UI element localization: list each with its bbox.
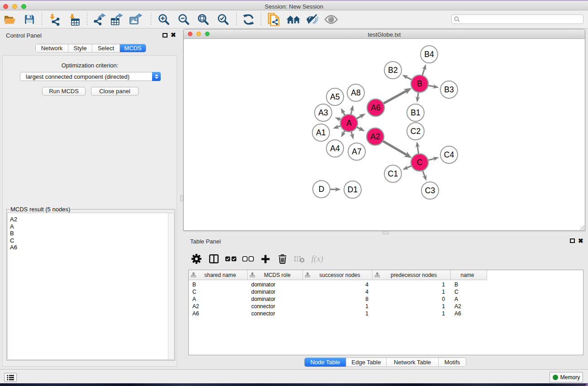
search-input[interactable] [460, 15, 583, 23]
table-row-A2[interactable]: A2connector11A2 [189, 303, 583, 310]
save-session-button[interactable] [21, 11, 38, 28]
table-row-A6[interactable]: A6connector11A6 [189, 310, 583, 317]
graph-node-C2[interactable]: C2 [407, 123, 424, 140]
graph-node-C3[interactable]: C3 [421, 182, 439, 199]
mcds-result-item[interactable]: B [8, 230, 174, 237]
zoom-fit-button[interactable] [195, 11, 211, 28]
tab-node-table[interactable]: Node Table [305, 358, 346, 367]
table-cell[interactable]: 1 [373, 288, 451, 295]
import-table-button[interactable] [66, 11, 82, 28]
table-row-C[interactable]: Cdominator41C [189, 288, 583, 295]
zoom-selected-button[interactable] [215, 11, 231, 28]
graph-node-A8[interactable]: A8 [347, 84, 364, 101]
network-overview-button[interactable] [285, 11, 301, 28]
gear-button[interactable] [188, 251, 205, 267]
window-resize-grip-icon[interactable] [578, 224, 584, 230]
mcds-result-item[interactable]: A [8, 223, 174, 230]
graph-node-A2[interactable]: A2 [367, 128, 384, 145]
graph-node-D1[interactable]: D1 [344, 181, 361, 198]
table-panel-close-icon[interactable]: ✖ [578, 238, 583, 243]
table-row-A[interactable]: Adominator80A [189, 295, 583, 303]
graph-node-A4[interactable]: A4 [326, 140, 344, 157]
graph-node-B[interactable]: B [411, 75, 428, 92]
zoom-out-button[interactable] [176, 11, 192, 28]
task-history-button[interactable] [4, 373, 17, 382]
add-button[interactable] [257, 251, 273, 267]
table-row-B[interactable]: Bdominator41B [189, 281, 583, 288]
result-list-scrollbar[interactable] [168, 213, 173, 359]
table-cell[interactable]: dominator [248, 295, 303, 303]
table-cell[interactable]: A6 [451, 310, 487, 317]
table-cell[interactable]: A2 [451, 303, 487, 310]
table-cell[interactable]: 4 [303, 288, 373, 295]
table-cell[interactable]: dominator [248, 281, 303, 288]
column-header-successor-nodes[interactable]: successor nodes [303, 270, 373, 280]
graph-node-A6[interactable]: A6 [367, 99, 384, 116]
horizontal-splitter-grip[interactable] [382, 231, 389, 234]
graph-node-A3[interactable]: A3 [315, 104, 332, 121]
table-cell[interactable]: 8 [303, 295, 373, 303]
graph-node-A7[interactable]: A7 [348, 143, 365, 160]
graph-node-D[interactable]: D [313, 181, 330, 198]
table-cell[interactable]: A [451, 295, 487, 303]
export-network-button[interactable] [91, 11, 108, 28]
tab-select[interactable]: Select [92, 44, 120, 52]
deselect-all-button[interactable] [240, 251, 256, 267]
graph-node-B3[interactable]: B3 [440, 81, 458, 98]
export-table-button[interactable] [109, 11, 125, 28]
import-network-button[interactable] [46, 11, 62, 28]
search-box[interactable] [451, 14, 583, 24]
graph-node-B1[interactable]: B1 [407, 104, 424, 121]
graph-node-A5[interactable]: A5 [326, 88, 344, 105]
control-panel-float-icon[interactable] [163, 33, 167, 38]
zoom-in-button[interactable] [156, 11, 172, 28]
graph-node-B4[interactable]: B4 [421, 46, 438, 63]
table-cell[interactable]: 0 [373, 295, 451, 303]
optimization-criterion-dropdown[interactable]: largest connected component (directed) [20, 72, 161, 81]
table-cell[interactable]: 1 [373, 303, 451, 310]
tab-network-table[interactable]: Network Table [387, 358, 439, 367]
table-cell[interactable]: A2 [189, 303, 248, 310]
tab-mcds[interactable]: MCDS [120, 44, 146, 52]
table-cell[interactable]: 1 [373, 310, 451, 317]
network-graph-canvas[interactable]: A A6 A2 B C B4 B2 B3 B1 A5 A8 A3 A1 [184, 39, 585, 231]
memory-button[interactable]: Memory [550, 372, 583, 382]
columns-button[interactable] [206, 251, 222, 267]
graph-node-C[interactable]: C [411, 154, 428, 171]
table-panel-float-icon[interactable] [570, 238, 575, 243]
close-panel-button[interactable]: Close panel [91, 87, 139, 95]
vertical-splitter-grip[interactable] [180, 195, 183, 201]
refresh-button[interactable] [240, 11, 257, 28]
table-cell[interactable]: connector [248, 310, 303, 317]
hide-graphics-details-button[interactable] [304, 11, 320, 28]
mcds-result-list[interactable]: A2ABCA6 [7, 213, 174, 360]
table-cell[interactable]: connector [248, 303, 303, 310]
graph-node-C4[interactable]: C4 [440, 146, 458, 163]
select-all-button[interactable] [223, 251, 239, 267]
graph-node-A[interactable]: A [340, 114, 358, 132]
control-panel-close-icon[interactable]: ✖ [171, 33, 176, 37]
table-cell[interactable]: A [189, 295, 248, 303]
table-cell[interactable]: A6 [189, 310, 248, 317]
network-window-titlebar[interactable]: testGlobe.txt [184, 29, 585, 39]
show-graphics-details-button[interactable] [323, 11, 339, 28]
column-header-shared-name[interactable]: shared name [189, 270, 248, 280]
table-cell[interactable]: 4 [303, 281, 373, 288]
duplicate-network-button[interactable] [265, 11, 282, 28]
tab-motifs[interactable]: Motifs [439, 358, 466, 367]
tab-edge-table[interactable]: Edge Table [346, 358, 387, 367]
table-cell[interactable]: dominator [248, 288, 303, 295]
export-image-button[interactable] [128, 11, 144, 28]
open-session-button[interactable] [1, 11, 18, 28]
column-header-MCDS-role[interactable]: MCDS role [248, 270, 303, 280]
run-mcds-button[interactable]: Run MCDS [42, 87, 86, 95]
column-header-name[interactable]: name [451, 270, 487, 280]
table-cell[interactable]: 1 [303, 310, 373, 317]
table-cell[interactable]: B [451, 281, 487, 288]
tab-style[interactable]: Style [68, 44, 92, 52]
graph-node-B2[interactable]: B2 [384, 62, 402, 79]
table-cell[interactable]: C [451, 288, 487, 295]
graph-node-A1[interactable]: A1 [312, 124, 330, 141]
column-header-predecessor-nodes[interactable]: predecessor nodes [373, 270, 451, 280]
mcds-result-item[interactable]: A2 [8, 216, 174, 223]
